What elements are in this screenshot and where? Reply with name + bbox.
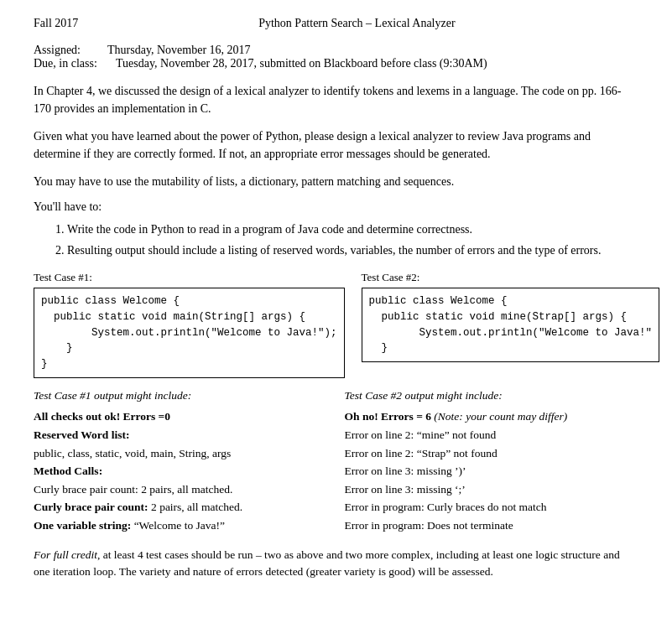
- footer-note: For full credit, at least 4 test cases s…: [34, 547, 638, 581]
- test-case-1-block: Test Case #1: public class Welcome { pub…: [34, 271, 345, 378]
- due-label: Due, in class:: [34, 57, 109, 70]
- output2-note: (Note: your count may differ): [431, 410, 567, 423]
- output1-line-7: One variable string: “Welcome to Java!”: [34, 517, 328, 535]
- output2-title-em: Test Case #2 output might include:: [345, 389, 503, 402]
- test-case-2-label: Test Case #2:: [362, 271, 660, 284]
- paragraph1: In Chapter 4, we discussed the design of…: [34, 82, 638, 117]
- test-cases-row: Test Case #1: public class Welcome { pub…: [34, 271, 638, 378]
- assigned-label: Assigned:: [34, 44, 101, 57]
- output1-line-1: All checks out ok! Errors =0: [34, 408, 328, 426]
- assigned-row: Assigned: Thursday, November 16, 2017: [34, 44, 638, 57]
- test-case-2-code: public class Welcome { public static voi…: [362, 288, 660, 362]
- output2-line-2: Error on line 2: “mine” not found: [345, 426, 639, 444]
- output1-curly-value: 2 pairs, all matched.: [148, 501, 242, 513]
- output2-line-6: Error in program: Curly braces do not ma…: [345, 498, 639, 517]
- output1-line-2: Reserved Word list:: [34, 426, 328, 444]
- output-col-1: Test Case #1 output might include: All c…: [34, 387, 328, 535]
- header-row: Fall 2017 Python Pattern Search – Lexica…: [34, 17, 638, 30]
- output2-line-1: Oh no! Errors = 6 (Note: your count may …: [345, 408, 639, 426]
- output1-line-4-bold: Method Calls:: [34, 465, 102, 477]
- output1-var-label: One variable string:: [34, 519, 131, 532]
- output1-line-5: Curly brace pair count: 2 pairs, all mat…: [34, 480, 328, 499]
- output-section: Test Case #1 output might include: All c…: [34, 387, 638, 535]
- output1-curly-label: Curly brace pair count:: [34, 501, 148, 513]
- output1-line-3: public, class, static, void, main, Strin…: [34, 444, 328, 463]
- youll-have-label: You'll have to:: [34, 200, 638, 214]
- header-spacer: [636, 17, 639, 30]
- output1-line-1-text: All checks out ok! Errors =0: [34, 410, 170, 423]
- output2-oh-no: Oh no! Errors = 6: [345, 410, 431, 423]
- due-date: Tuesday, November 28, 2017, submitted on…: [116, 57, 487, 70]
- assigned-section: Assigned: Thursday, November 16, 2017 Du…: [34, 44, 638, 70]
- task-2: Resulting output should include a listin…: [67, 241, 638, 259]
- output1-line-6: Curly brace pair count: 2 pairs, all mat…: [34, 498, 328, 517]
- paragraph3: You may have to use the mutability of li…: [34, 173, 638, 190]
- footer-rest: , at least 4 test cases should be run – …: [34, 548, 620, 578]
- output2-line-7: Error in program: Does not terminate: [345, 517, 639, 535]
- output2-line-3: Error on line 2: “Strap” not found: [345, 444, 639, 463]
- header-semester: Fall 2017: [34, 17, 78, 30]
- footer-for-full-credit: For full credit: [34, 548, 97, 561]
- task-1: Write the code in Python to read in a pr…: [67, 221, 638, 238]
- output1-line-4: Method Calls:: [34, 462, 328, 480]
- task-list: Write the code in Python to read in a pr…: [67, 221, 638, 259]
- test-case-1-label: Test Case #1:: [34, 271, 345, 284]
- output1-title: Test Case #1 output might include:: [34, 387, 328, 405]
- output2-line-5: Error on line 3: missing ‘;’: [345, 480, 639, 499]
- header-title: Python Pattern Search – Lexical Analyzer: [258, 17, 455, 30]
- paragraph2: Given what you have learned about the po…: [34, 127, 638, 163]
- test-case-1-code: public class Welcome { public static voi…: [34, 288, 345, 378]
- due-row: Due, in class: Tuesday, November 28, 201…: [34, 57, 638, 70]
- test-case-2-block: Test Case #2: public class Welcome { pub…: [362, 271, 660, 378]
- output2-title: Test Case #2 output might include:: [345, 387, 639, 405]
- output2-line-4: Error on line 3: missing ’)’: [345, 462, 639, 480]
- output1-title-em: Test Case #1 output might include:: [34, 389, 191, 402]
- assigned-date: Thursday, November 16, 2017: [107, 44, 251, 57]
- output1-var-value: “Welcome to Java!”: [131, 519, 225, 532]
- output1-line-2-bold: Reserved Word list:: [34, 428, 130, 441]
- output-col-2: Test Case #2 output might include: Oh no…: [345, 387, 639, 535]
